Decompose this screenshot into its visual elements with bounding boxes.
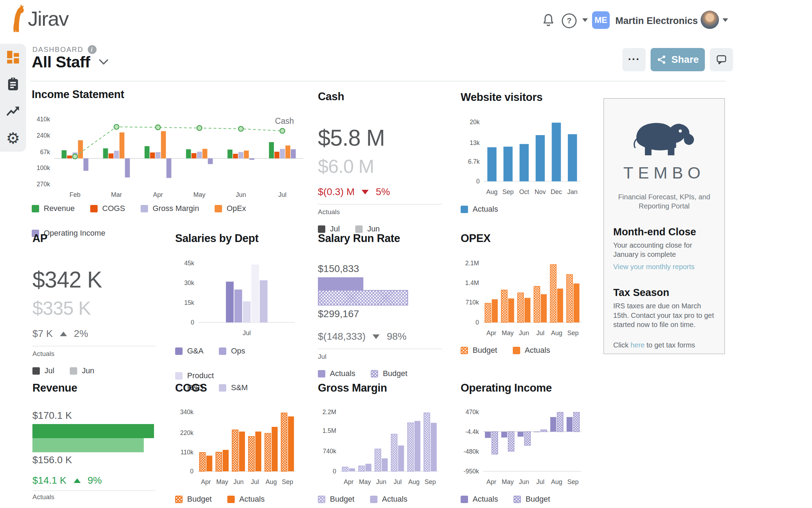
legend-item-ops[interactable]: Ops [219, 346, 245, 356]
jirav-logo[interactable]: Jirav [9, 4, 68, 33]
y-tick-label: 45k [184, 260, 194, 267]
opex-bar [78, 140, 83, 158]
y-tick-label: 470k [466, 409, 479, 416]
monthly-reports-link[interactable]: View your monthly reports [613, 262, 715, 271]
share-label: Share [671, 54, 699, 65]
kpi-delta-row: $(0.3) M 5% [318, 186, 442, 198]
legend-label: Budget [187, 495, 212, 504]
kpi-delta-value: $14.1 K [32, 475, 67, 486]
help-icon[interactable]: ? [562, 13, 577, 28]
legend-item-gross-margin[interactable]: Gross Margin [141, 204, 199, 213]
cogs-chart: 340k220k110k0AprMayJunJulAugSep [175, 403, 299, 492]
y-tick-label: 410k [37, 116, 50, 123]
kpi-delta-pct: 98% [387, 331, 406, 342]
sidebar: ⚙ [0, 44, 26, 152]
ap-legend: JulJun [32, 366, 156, 375]
text: Click [613, 341, 630, 349]
panel-title: Revenue [32, 382, 156, 394]
legend-item-revenue[interactable]: Revenue [32, 204, 75, 213]
x-tick-label: Apr [153, 191, 163, 198]
y-tick-label: 0 [191, 319, 194, 326]
salaries_by_dept-svg: 45k30k15k0Jul [175, 254, 298, 342]
help-chevron-down-icon[interactable] [582, 18, 588, 22]
legend-label: Actuals [239, 495, 265, 504]
operating-income-legend: ActualsBudget [461, 495, 584, 504]
kpi-period-label: Actuals [32, 493, 156, 501]
page-title: All Staff [32, 53, 90, 71]
revenue-bar [228, 150, 233, 158]
budget-bar [485, 303, 491, 322]
legend-item-actuals[interactable]: Actuals [370, 495, 407, 504]
legend-item-jul[interactable]: Jul [32, 366, 54, 375]
y-tick-label: 1.4M [465, 279, 479, 286]
sidebar-item-settings[interactable]: ⚙ [6, 131, 20, 145]
legend-item-opex[interactable]: OpEx [215, 204, 246, 213]
sidebar-item-trends[interactable] [6, 104, 20, 118]
legend-item-actuals[interactable]: Actuals [461, 495, 498, 504]
actuals-bar [255, 431, 261, 471]
x-tick-label: Aug [551, 478, 562, 485]
actuals-bar [552, 123, 561, 181]
budget-bar [501, 290, 507, 322]
legend-item-product[interactable]: Product [175, 371, 214, 380]
legend-item-jun[interactable]: Jun [70, 366, 94, 375]
kpi-current-value: $342 K [32, 267, 156, 293]
sidebar-item-dashboards[interactable] [6, 50, 20, 64]
legend-item-budget[interactable]: Budget [461, 346, 497, 355]
tax-forms-link[interactable]: here [630, 341, 645, 349]
budget-bar [375, 449, 381, 471]
y-tick-label: 710k [466, 299, 479, 306]
x-tick-label: Sep [567, 478, 579, 485]
account-chevron-down-icon[interactable] [722, 18, 728, 22]
legend-label: Revenue [44, 204, 75, 213]
x-tick-label: Jul [242, 329, 251, 337]
legend-item-g&a[interactable]: G&A [175, 346, 203, 356]
user-avatar[interactable] [701, 11, 719, 29]
y-tick-label: 67k [40, 149, 50, 156]
tembo-section-heading: Month-end Close [613, 226, 715, 238]
legend-item-budget[interactable]: Budget [513, 495, 550, 504]
panel-title: Website visitors [461, 91, 584, 104]
salary-run-rate-bars [318, 277, 442, 306]
cash-kpi-panel: Cash $5.8 M $6.0 M $(0.3) M 5% Actuals J… [318, 90, 442, 234]
legend-label: Budget [473, 346, 497, 355]
y-tick-label: 0 [476, 178, 480, 185]
kpi-previous-value: $6.0 M [318, 155, 442, 177]
dashboard-grid-icon [6, 50, 20, 64]
sidebar-item-reports[interactable] [6, 77, 20, 91]
opex-bar [161, 131, 166, 158]
company-initials-badge[interactable]: ME [592, 11, 610, 29]
legend-item-actuals[interactable]: Actuals [513, 346, 550, 355]
website-visitors-legend: Actuals [461, 205, 584, 214]
legend-item-actuals[interactable]: Actuals [461, 205, 498, 214]
legend-item-actuals[interactable]: Actuals [227, 495, 265, 504]
tax-forms-line: Click here to get tax forms [613, 340, 715, 350]
legend-item-budget[interactable]: Budget [371, 369, 407, 378]
solid-swatch [461, 496, 468, 503]
share-button[interactable]: Share [651, 48, 705, 71]
r&d-bar [251, 265, 259, 322]
x-tick-label: Jul [536, 329, 545, 337]
actuals-bar [272, 427, 278, 471]
legend-item-budget[interactable]: Budget [318, 495, 355, 504]
comment-button[interactable] [710, 48, 733, 71]
solid-swatch [175, 372, 183, 380]
actuals-bar [541, 294, 547, 322]
kpi-delta-value: $(148,333) [318, 331, 365, 342]
company-name[interactable]: Martin Electronics [615, 16, 698, 26]
dashboard-selector[interactable]: All Staff [32, 53, 109, 71]
notification-bell-icon[interactable] [541, 13, 555, 28]
legend-item-budget[interactable]: Budget [175, 495, 212, 504]
y-tick-label: 2.2M [322, 409, 336, 416]
actuals-bar [492, 299, 498, 322]
legend-label: Budget [330, 495, 355, 504]
header-divider [30, 81, 726, 81]
x-tick-label: Aug [408, 478, 419, 485]
solid-swatch [141, 205, 148, 212]
actuals-bar [534, 432, 540, 433]
legend-item-cogs[interactable]: COGS [90, 204, 125, 213]
legend-label: Budget [383, 369, 407, 378]
legend-item-actuals[interactable]: Actuals [318, 369, 355, 378]
kpi-delta-row: $14.1 K 9% [32, 475, 156, 486]
more-options-button[interactable]: ... [622, 48, 646, 71]
